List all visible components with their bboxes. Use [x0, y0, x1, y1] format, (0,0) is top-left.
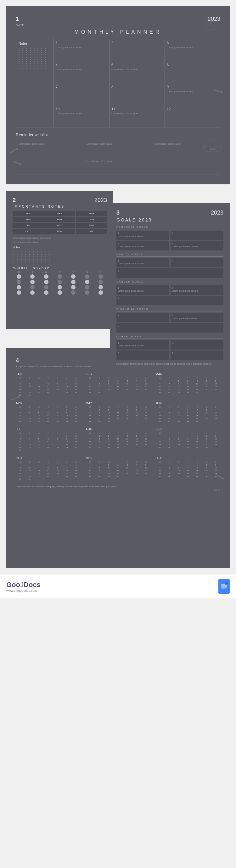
month-button[interactable]: JAN [12, 211, 44, 216]
day-num: 21 [53, 443, 62, 446]
note-dot [33, 251, 34, 252]
month-calendar: FEBMTWTFSS..1234567891011121314151617181… [86, 372, 150, 396]
day-num: 17 [25, 388, 34, 391]
day-header: W [174, 432, 183, 434]
day-num: 27 [174, 446, 183, 448]
day-num: 19 [34, 417, 43, 420]
month-button[interactable]: MAY [45, 217, 76, 222]
month-button[interactable]: NOV [45, 229, 76, 234]
goal-item: 3 [116, 296, 224, 305]
day-header: F [123, 461, 132, 463]
month-button[interactable]: DEC [76, 229, 107, 234]
goals-page: 3 2023 GOALS 2023 PERSONAL GOALS1Lorem i… [110, 203, 230, 372]
day-num: 20 [132, 414, 141, 417]
day-num: 9 [104, 438, 113, 440]
goal-item: 1Lorem ipsum dolor sit amet [116, 258, 169, 268]
day-num-empty: . [53, 435, 62, 437]
day-num: 14 [53, 414, 62, 417]
day-num: 17 [25, 472, 34, 475]
day-num: 1 [104, 464, 113, 466]
calendar-cell: 2 [109, 39, 165, 61]
note-dot [50, 261, 50, 262]
month-days-header: MTWTFSS [86, 461, 150, 463]
notes-label2: Notes [12, 246, 107, 249]
day-num: 26 [132, 443, 141, 446]
month-button[interactable]: FEB [45, 211, 76, 216]
day-header: W [34, 406, 43, 408]
day-num: 22 [104, 388, 113, 391]
month-button[interactable]: MAR [76, 211, 107, 216]
day-num: 29 [86, 420, 95, 423]
day-header: T [183, 432, 193, 434]
note-dot [45, 251, 46, 252]
day-num: 14 [53, 440, 62, 443]
day-num: 13 [141, 438, 150, 440]
month-button[interactable]: JUN [76, 217, 107, 222]
day-num: 9 [16, 385, 25, 388]
day-num: 11 [202, 382, 211, 385]
goal-section-title: OTHER GOALS [116, 335, 224, 339]
month-button[interactable]: SEP [76, 223, 107, 228]
month-button[interactable]: OCT [12, 229, 44, 234]
wishlist-cell [16, 157, 84, 175]
day-num: 28 [62, 391, 71, 394]
day-num: 28 [174, 420, 183, 423]
day-header: T [25, 406, 34, 408]
svg-rect-20 [221, 585, 227, 586]
day-num: 8 [193, 467, 202, 469]
day-num: 24 [25, 475, 34, 477]
day-header: T [165, 406, 174, 408]
day-num-empty: . [165, 380, 174, 382]
day-num: 27 [86, 391, 95, 394]
day-num: 12 [34, 440, 43, 443]
day-num: 11 [114, 411, 123, 414]
day-num: 15 [183, 414, 193, 417]
goal-item: 2 [171, 340, 224, 349]
note-dot [12, 259, 13, 260]
day-num: 4 [114, 409, 123, 411]
day-num: 8 [86, 411, 95, 414]
day-num: 18 [114, 414, 123, 417]
day-num: 27 [132, 417, 141, 420]
day-num: 24 [211, 443, 220, 446]
day-num: 20 [141, 440, 150, 443]
day-num: 30 [16, 478, 25, 480]
calendar-cell: 11Lorem ipsum dolor sit amet [109, 105, 165, 127]
month-button[interactable]: AUG [45, 223, 76, 228]
month-button[interactable]: APR [12, 217, 44, 222]
page3-year: 2023 [211, 210, 224, 216]
day-num: 25 [132, 388, 141, 391]
goal-item: 1Lorem ipsum dolor sit amet [116, 285, 169, 295]
day-header: W [34, 461, 43, 463]
goal-item: 3 [116, 350, 169, 360]
day-num: 4 [34, 382, 43, 385]
day-num: 13 [53, 469, 62, 472]
day-num: 3 [193, 380, 202, 382]
day-num: 16 [16, 388, 25, 391]
day-num: 26 [141, 388, 150, 391]
day-num-empty: . [53, 409, 62, 411]
day-num: 10 [16, 414, 25, 417]
day-num-empty: . [44, 464, 53, 466]
day-num: 6 [53, 467, 62, 469]
note-dot [29, 251, 30, 252]
month-name: SEP [155, 428, 220, 431]
day-num: 23 [202, 443, 211, 446]
month-name: JUN [155, 401, 220, 405]
habit-circle [71, 280, 76, 284]
day-num: 9 [114, 382, 123, 385]
day-num: 19 [165, 443, 174, 446]
day-header: M [155, 406, 165, 408]
day-num: 4 [202, 380, 211, 382]
month-days-header: MTWTFSS [86, 432, 150, 434]
day-num: 31 [193, 391, 202, 394]
month-button[interactable]: JUL [12, 223, 44, 228]
day-num: 24 [114, 443, 123, 446]
day-num: 18 [211, 414, 220, 417]
day-num-empty: . [16, 464, 25, 466]
day-num-empty: . [16, 435, 25, 437]
day-num-empty: . [174, 435, 183, 437]
day-num: 1 [104, 380, 113, 382]
day-num: 23 [95, 417, 104, 420]
day-header: S [211, 461, 220, 463]
